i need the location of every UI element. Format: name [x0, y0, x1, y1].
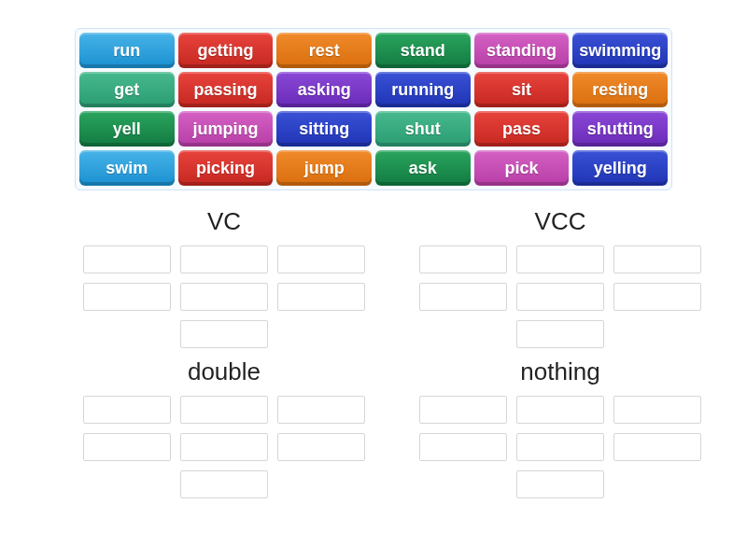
drop-slot[interactable]: [180, 283, 268, 311]
word-tile[interactable]: sitting: [276, 111, 372, 147]
drop-slot[interactable]: [516, 396, 604, 424]
drop-slot[interactable]: [180, 320, 268, 348]
drop-slot[interactable]: [419, 245, 507, 273]
word-tile[interactable]: get: [79, 72, 175, 107]
word-tile[interactable]: run: [79, 33, 175, 68]
word-tile[interactable]: asking: [276, 72, 372, 107]
drop-slot[interactable]: [419, 433, 507, 461]
drop-slot[interactable]: [83, 245, 171, 273]
category-title: VCC: [535, 207, 586, 236]
word-tile[interactable]: jump: [276, 150, 372, 186]
word-tile[interactable]: ask: [375, 150, 471, 186]
drop-slot[interactable]: [516, 433, 604, 461]
word-tile[interactable]: running: [375, 72, 471, 107]
category-slots: [411, 245, 710, 348]
word-tile[interactable]: resting: [572, 72, 668, 107]
drop-slot[interactable]: [613, 396, 701, 424]
word-tile[interactable]: standing: [474, 33, 570, 68]
category-slots: [411, 396, 710, 498]
word-tile[interactable]: jumping: [178, 111, 274, 147]
word-tile[interactable]: yell: [79, 111, 175, 147]
word-tile[interactable]: getting: [178, 33, 274, 68]
word-tile[interactable]: yelling: [572, 150, 668, 186]
category-slots: [75, 396, 374, 498]
drop-slot[interactable]: [180, 245, 268, 273]
drop-slot[interactable]: [180, 396, 268, 424]
tiles-panel: rungettingreststandstandingswimminggetpa…: [75, 28, 672, 190]
drop-slot[interactable]: [613, 283, 701, 311]
word-tile[interactable]: swimming: [572, 33, 668, 68]
word-tile[interactable]: picking: [178, 150, 274, 186]
drop-slot[interactable]: [613, 433, 701, 461]
category-title: nothing: [520, 357, 599, 386]
drop-slot[interactable]: [419, 396, 507, 424]
drop-slot[interactable]: [516, 470, 604, 498]
drop-slot[interactable]: [83, 396, 171, 424]
drop-slot[interactable]: [516, 283, 604, 311]
word-tile[interactable]: shut: [375, 111, 471, 147]
drop-slot[interactable]: [419, 283, 507, 311]
category-group: nothing: [411, 357, 710, 498]
drop-slot[interactable]: [277, 433, 365, 461]
word-tile[interactable]: pick: [474, 150, 570, 186]
word-tile[interactable]: shutting: [572, 111, 668, 147]
drop-slot[interactable]: [613, 245, 701, 273]
drop-slot[interactable]: [516, 320, 604, 348]
category-group: double: [75, 357, 374, 498]
word-tile[interactable]: pass: [474, 111, 570, 147]
word-tile[interactable]: passing: [178, 72, 274, 107]
category-group: VC: [75, 207, 374, 348]
category-group: VCC: [411, 207, 710, 348]
category-title: double: [188, 357, 261, 386]
drop-slot[interactable]: [83, 433, 171, 461]
drop-slot[interactable]: [277, 245, 365, 273]
stage: rungettingreststandstandingswimminggetpa…: [0, 0, 747, 498]
word-tile[interactable]: stand: [375, 33, 471, 68]
drop-slot[interactable]: [180, 470, 268, 498]
drop-slot[interactable]: [277, 283, 365, 311]
drop-slot[interactable]: [516, 245, 604, 273]
word-tile[interactable]: rest: [276, 33, 372, 68]
category-title: VC: [207, 207, 241, 236]
word-tile[interactable]: swim: [79, 150, 175, 186]
drop-slot[interactable]: [180, 433, 268, 461]
category-slots: [75, 245, 374, 348]
drop-slot[interactable]: [277, 396, 365, 424]
word-tile[interactable]: sit: [474, 72, 570, 107]
categories-area: VCVCCdoublenothing: [75, 207, 672, 498]
drop-slot[interactable]: [83, 283, 171, 311]
